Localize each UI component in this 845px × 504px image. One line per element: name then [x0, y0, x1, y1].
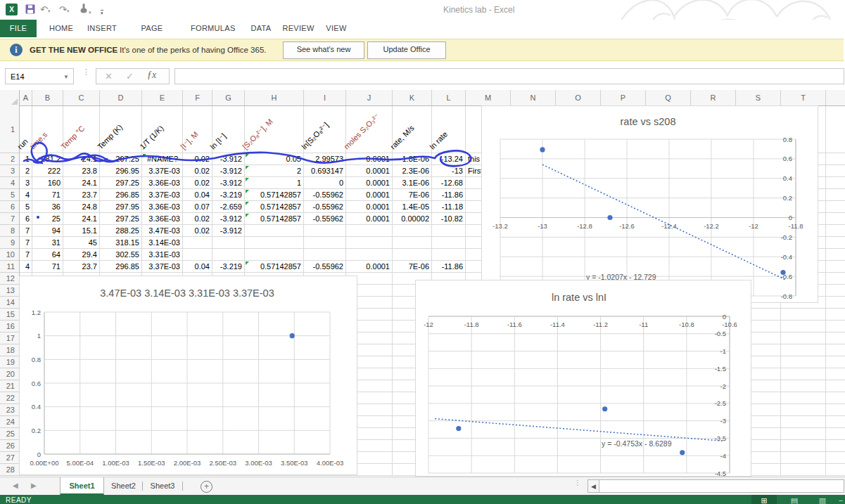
cell-L7[interactable]: -10.82 [432, 213, 466, 225]
chart-3-47e-03-3-14e-03-3-31e-03-3-37e-03[interactable]: 0.00E+005.00E-041.00E-031.50E-032.00E-03… [19, 276, 357, 475]
row-header-20[interactable]: 20 [0, 368, 20, 380]
cell-B6[interactable]: 36 [32, 201, 63, 213]
column-header-J[interactable]: J [346, 90, 393, 105]
cancel-entry-icon[interactable]: ✕ [105, 71, 113, 82]
cell-L2[interactable]: -13.24 [432, 153, 466, 165]
cell-C8[interactable]: 15.1 [63, 225, 100, 237]
cell-D6[interactable]: 297.95 [100, 201, 142, 213]
row-header-16[interactable]: 16 [0, 321, 20, 332]
row-header-5[interactable]: 5 [0, 189, 20, 201]
cell-K7[interactable]: 0.00002 [393, 213, 432, 225]
row-header-9[interactable]: 9 [0, 237, 20, 249]
column-header-K[interactable]: K [393, 90, 432, 105]
zoom-out-icon[interactable]: − [836, 495, 845, 504]
cell-A2[interactable]: 1 [20, 153, 32, 165]
row-header-17[interactable]: 17 [0, 332, 20, 344]
cell-E7[interactable]: 3.36E-03 [142, 213, 183, 225]
cell-A8[interactable]: 7 [20, 225, 32, 237]
cell-C9[interactable]: 45 [63, 237, 100, 249]
cell-H4[interactable]: 1 [245, 177, 304, 189]
cell-D2[interactable]: 297.25 [100, 153, 142, 165]
cell-F7[interactable]: 0.02 [183, 213, 212, 225]
column-header-D[interactable]: D [100, 90, 142, 105]
column-header-C[interactable]: C [63, 90, 100, 105]
row-header-25[interactable]: 25 [0, 428, 20, 440]
cell-J5[interactable]: 0.0001 [346, 189, 393, 201]
cell-D3[interactable]: 296.95 [100, 165, 142, 177]
cell-D8[interactable]: 288.25 [100, 225, 142, 237]
row-header-8[interactable]: 8 [0, 225, 20, 237]
cell-I5[interactable]: -0.55962 [304, 189, 346, 201]
cell-F8[interactable]: 0.02 [183, 225, 212, 237]
cell-I11[interactable]: -0.55962 [304, 261, 346, 273]
cell-A9[interactable]: 7 [20, 237, 32, 249]
cell-D7[interactable]: 297.25 [100, 213, 142, 225]
cell-B7[interactable]: 25 [32, 213, 63, 225]
cell-E6[interactable]: 3.36E-03 [142, 201, 183, 213]
row-header-27[interactable]: 27 [0, 452, 20, 464]
cell-I7[interactable]: -0.55962 [304, 213, 346, 225]
row-header-12[interactable]: 12 [0, 273, 20, 285]
cell-E5[interactable]: 3.37E-03 [142, 189, 183, 201]
row-header-18[interactable]: 18 [0, 344, 20, 356]
ribbon-tab-file[interactable]: FILE [0, 20, 37, 37]
ribbon-tab-home[interactable]: HOME [47, 20, 75, 37]
cell-A6[interactable]: 5 [20, 201, 32, 213]
ribbon-tab-page-layout[interactable]: PAGE LAYOUT [127, 20, 177, 37]
cell-J11[interactable]: 0.0001 [346, 261, 393, 273]
cell-C2[interactable]: 24.1 [63, 153, 100, 165]
cell-K4[interactable]: 3.1E-06 [393, 177, 432, 189]
cell-E11[interactable]: 3.37E-03 [142, 261, 183, 273]
row-header-23[interactable]: 23 [0, 404, 20, 416]
column-header-E[interactable]: E [142, 90, 183, 105]
cell-A10[interactable]: 7 [20, 249, 32, 261]
column-header-S[interactable]: S [736, 90, 781, 105]
row-header-3[interactable]: 3 [0, 165, 20, 177]
cell-H3[interactable]: 2 [245, 165, 304, 177]
cell-G2[interactable]: -3.912 [212, 153, 245, 165]
cell-G8[interactable]: -3.912 [212, 225, 245, 237]
name-box[interactable]: E14 ▼ [5, 68, 74, 84]
cell-H5[interactable]: 0.57142857 [245, 189, 304, 201]
cell-G5[interactable]: -3.219 [212, 189, 245, 201]
ribbon-tab-review[interactable]: REVIEW [282, 20, 315, 37]
cell-G7[interactable]: -3.912 [212, 213, 245, 225]
cell-C11[interactable]: 23.7 [63, 261, 100, 273]
cell-K5[interactable]: 7E-06 [393, 189, 432, 201]
cell-D11[interactable]: 296.85 [100, 261, 142, 273]
cell-C4[interactable]: 24.1 [63, 177, 100, 189]
cell-H6[interactable]: 0.57142857 [245, 201, 304, 213]
cell-C5[interactable]: 23.7 [63, 189, 100, 201]
cell-J3[interactable]: 0.0001 [346, 165, 393, 177]
cell-A11[interactable]: 4 [20, 261, 32, 273]
row-header-21[interactable]: 21 [0, 380, 20, 392]
cell-A7[interactable]: 6 [20, 213, 32, 225]
cell-F5[interactable]: 0.04 [183, 189, 212, 201]
column-header-Q[interactable]: Q [646, 90, 691, 105]
column-header-M[interactable]: M [466, 90, 511, 105]
row-header-13[interactable]: 13 [0, 285, 20, 297]
cell-L4[interactable]: -12.68 [432, 177, 466, 189]
column-header-A[interactable]: A [20, 90, 32, 105]
cell-I6[interactable]: -0.55962 [304, 201, 346, 213]
cell-I4[interactable]: 0 [304, 177, 346, 189]
cell-B3[interactable]: 222 [32, 165, 63, 177]
sheet-tab-sheet3[interactable]: Sheet3 [143, 477, 182, 495]
cell-J2[interactable]: 0.0001 [346, 153, 393, 165]
column-header-L[interactable]: L [432, 90, 466, 105]
column-header-H[interactable]: H [245, 90, 304, 105]
column-header-I[interactable]: I [304, 90, 346, 105]
ribbon-tab-data[interactable]: DATA [247, 20, 275, 37]
cell-F11[interactable]: 0.04 [183, 261, 212, 273]
row-header-28[interactable]: 28 [0, 464, 20, 476]
cell-E3[interactable]: 3.37E-03 [142, 165, 183, 177]
column-header-N[interactable]: N [511, 90, 556, 105]
ribbon-tab-view[interactable]: VIEW [322, 20, 350, 37]
select-all-corner[interactable] [0, 90, 20, 106]
cell-L6[interactable]: -11.18 [432, 201, 466, 213]
sheet-nav-right-icon[interactable]: ▶ [31, 482, 37, 489]
cell-F3[interactable]: 0.02 [183, 165, 212, 177]
cell-I3[interactable]: 0.693147 [304, 165, 346, 177]
cell-H2[interactable]: 0.05 [245, 153, 304, 165]
hscroll-thumb[interactable] [599, 479, 844, 493]
